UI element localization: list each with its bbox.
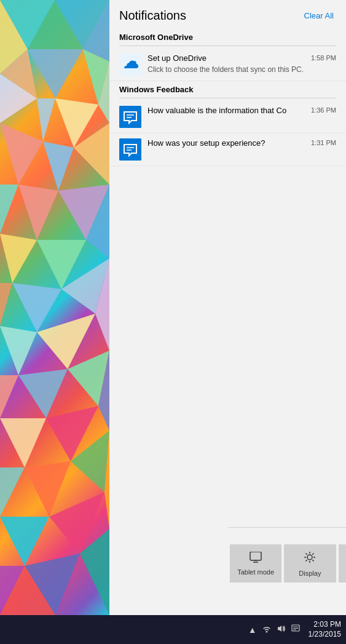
svg-rect-47 [119, 138, 141, 161]
svg-marker-69 [278, 626, 281, 632]
taskbar-network-icon[interactable] [262, 624, 272, 635]
svg-line-61 [306, 560, 307, 561]
svg-marker-9 [37, 98, 55, 141]
panel-title: Notifications [119, 9, 186, 23]
quick-tile-display[interactable]: Display [284, 544, 336, 582]
onedrive-icon [119, 54, 141, 76]
desktop-wallpaper [0, 0, 109, 615]
svg-marker-30 [0, 418, 46, 467]
svg-marker-36 [0, 517, 49, 566]
svg-marker-6 [28, 49, 83, 98]
svg-marker-28 [18, 369, 68, 418]
notification-desc-onedrive-setup: Click to choose the folders that sync on… [147, 65, 306, 75]
display-label: Display [299, 570, 321, 578]
taskbar: ▲ [0, 615, 346, 644]
svg-marker-12 [0, 123, 43, 185]
notification-body-feedback-2: How was your setup experience? [147, 138, 306, 149]
expand-row: Expand ∧ [229, 527, 346, 544]
quick-tiles: Tablet mode Display [229, 544, 346, 582]
svg-line-58 [306, 553, 307, 554]
svg-point-53 [307, 555, 312, 560]
notification-title-feedback-1: How valuable is the information that Co [147, 106, 306, 116]
notification-time-onedrive-setup: 1:58 PM [311, 54, 336, 62]
notification-time-feedback-1: 1:36 PM [311, 106, 336, 114]
svg-marker-33 [0, 467, 25, 517]
notification-item-feedback-2[interactable]: How was your setup experience? 1:31 PM [109, 133, 346, 166]
tablet-mode-label: Tablet mode [237, 568, 274, 576]
svg-line-60 [313, 553, 314, 554]
notification-time-feedback-2: 1:31 PM [311, 139, 336, 146]
svg-marker-15 [0, 185, 18, 234]
notification-item-feedback-1[interactable]: How valuable is the information that Co … [109, 101, 346, 133]
svg-marker-18 [0, 234, 37, 283]
notification-panel: Notifications Clear All Microsoft OneDri… [109, 0, 346, 615]
svg-rect-50 [250, 552, 261, 560]
taskbar-system-icons: ▲ [248, 624, 300, 635]
quick-tile-tablet-mode[interactable]: Tablet mode [230, 544, 281, 582]
notification-title-feedback-2: How was your setup experience? [147, 138, 306, 149]
taskbar-right: ▲ [248, 620, 341, 639]
svg-marker-24 [0, 326, 37, 375]
action-center-icon[interactable] [291, 624, 300, 635]
feedback-icon-1 [119, 106, 141, 128]
svg-line-59 [313, 560, 314, 561]
svg-marker-27 [0, 375, 18, 418]
panel-header: Notifications Clear All [109, 0, 346, 29]
clock-time: 2:03 PM [313, 620, 341, 630]
notification-body-feedback-1: How valuable is the information that Co [147, 106, 306, 116]
notification-item-onedrive-setup[interactable]: Set up OneDrive Click to choose the fold… [109, 49, 346, 81]
section-header-onedrive: Microsoft OneDrive [109, 29, 346, 46]
clear-all-button[interactable]: Clear All [302, 10, 336, 22]
svg-point-68 [265, 631, 267, 633]
section-header-feedback: Windows Feedback [109, 81, 346, 98]
display-icon [303, 551, 317, 567]
svg-rect-44 [119, 106, 141, 128]
svg-marker-34 [25, 461, 71, 517]
feedback-icon-2 [119, 138, 141, 161]
taskbar-arrow-icon[interactable]: ▲ [248, 625, 257, 635]
quick-tile-connect[interactable]: Connect [339, 544, 347, 582]
svg-marker-21 [0, 283, 12, 326]
section-divider-onedrive [119, 46, 336, 46]
notification-body-onedrive-setup: Set up OneDrive Click to choose the fold… [147, 54, 306, 74]
clock-date: 1/23/2015 [309, 630, 341, 640]
taskbar-volume-icon[interactable] [277, 624, 286, 635]
tablet-mode-icon [249, 552, 262, 566]
notification-title-onedrive-setup: Set up OneDrive [147, 54, 306, 64]
taskbar-clock[interactable]: 2:03 PM 1/23/2015 [309, 620, 341, 639]
quick-actions-area: Expand ∧ Tablet mode [219, 523, 346, 586]
section-divider-feedback [119, 98, 336, 98]
svg-marker-22 [12, 283, 61, 332]
svg-marker-13 [43, 141, 74, 191]
svg-marker-16 [18, 185, 58, 240]
